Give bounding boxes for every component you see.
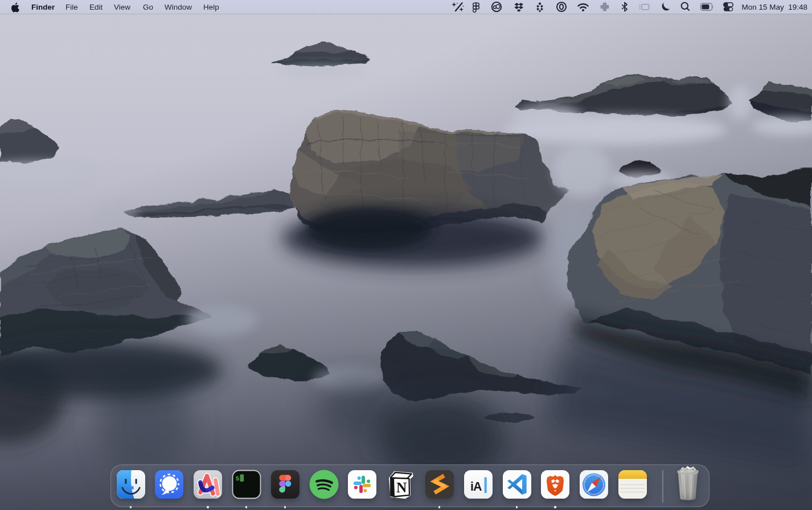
svg-text:$: $ bbox=[235, 475, 239, 482]
svg-text:iA: iA bbox=[470, 480, 482, 493]
svg-text:N: N bbox=[396, 479, 407, 496]
